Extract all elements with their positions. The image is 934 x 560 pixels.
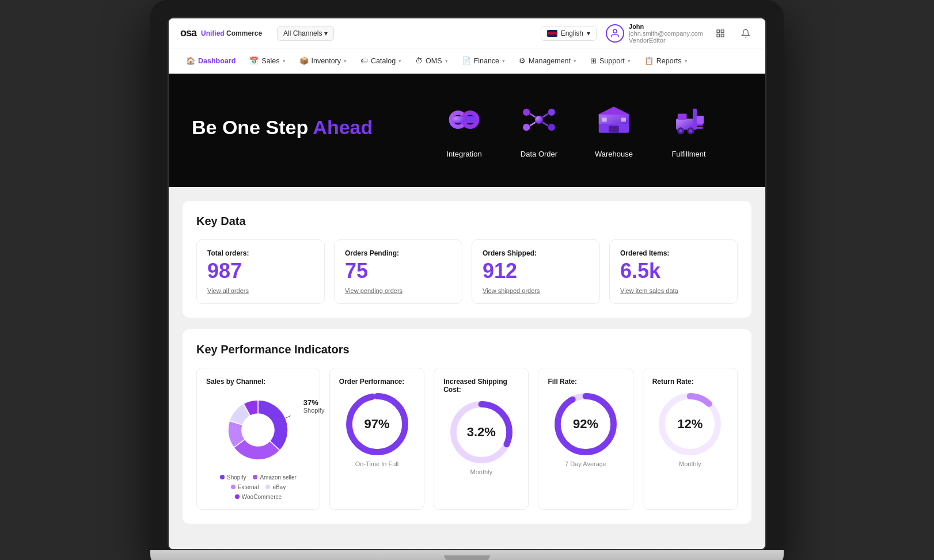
pie-chart-container <box>221 393 295 467</box>
catalog-chevron: ▾ <box>398 58 401 64</box>
kpi-sublabel-fill-rate: 7 Day Average <box>548 460 623 467</box>
user-email: john.smith@company.com <box>629 30 703 37</box>
svg-point-14 <box>523 124 530 131</box>
svg-rect-2 <box>721 30 724 33</box>
nav-item-reports[interactable]: 📋 Reports ▾ <box>639 48 693 74</box>
svg-line-18 <box>530 122 536 125</box>
svg-point-31 <box>679 129 682 132</box>
nav-item-oms[interactable]: ⏱ OMS ▾ <box>409 48 453 74</box>
legend-woocommerce: WooCommerce <box>235 494 282 500</box>
legend-dot-external <box>231 485 236 489</box>
nav-label-oms: OMS <box>426 57 442 65</box>
legend-shopify: Shopify <box>220 474 246 481</box>
svg-rect-21 <box>609 126 619 133</box>
kd-orders-shipped-label: Orders Shipped: <box>483 249 589 257</box>
donut-value-order-performance: 97% <box>364 417 389 432</box>
sales-chart-area: 37% Shopify Shopify <box>206 393 310 500</box>
kd-card-ordered-items: Ordered Items: 6.5k View item sales data <box>609 239 738 304</box>
svg-marker-24 <box>598 106 630 115</box>
nav-item-catalog[interactable]: 🏷 Catalog ▾ <box>355 48 407 74</box>
donut-fill-rate: 92% <box>548 393 623 456</box>
svg-rect-23 <box>621 118 626 122</box>
nav-label-support: Support <box>599 57 625 65</box>
svg-point-12 <box>523 109 530 116</box>
laptop-screen: osa Unified Commerce All Channels Englis… <box>168 17 766 550</box>
shopify-pct: 37% <box>303 398 325 407</box>
kd-ordered-items-link[interactable]: View item sales data <box>620 287 727 294</box>
donut-order-performance: 97% <box>339 393 415 456</box>
user-details: John john.smith@company.com VendorEditor <box>629 23 703 44</box>
kd-card-orders-pending: Orders Pending: 75 View pending orders <box>334 239 462 304</box>
logo-icon: osa <box>180 27 196 39</box>
donut-value-shipping-cost: 3.2% <box>467 425 496 440</box>
feature-fulfillment[interactable]: Fulfillment <box>666 97 712 158</box>
feature-integration[interactable]: Integration <box>441 97 487 158</box>
kd-total-orders-link[interactable]: View all orders <box>207 287 314 294</box>
svg-line-19 <box>542 122 548 125</box>
svg-point-13 <box>548 109 555 116</box>
kpi-fill-rate-title: Fill Rate: <box>548 378 623 386</box>
channel-selector-label: All Channels <box>283 29 322 37</box>
secondary-navigation: 🏠 Dashboard 📅 Sales ▾ 📦 Inventory ▾ 🏷 Ca… <box>169 48 765 74</box>
donut-shipping-cost: 3.2% <box>443 401 519 464</box>
flag-icon <box>547 30 557 37</box>
legend-dot-woocommerce <box>235 494 240 499</box>
kpi-grid: Sales by Channel: 37% Shop <box>196 368 738 510</box>
integration-icon <box>441 97 487 143</box>
legend-dot-ebay <box>265 485 270 489</box>
nav-item-inventory[interactable]: 📦 Inventory ▾ <box>294 48 352 74</box>
legend-label-ebay: eBay <box>272 484 286 490</box>
nav-right-area: English John john.smith@company.com Vend… <box>541 23 754 44</box>
kpi-shipping-cost-title: Increased Shipping Cost: <box>443 378 519 394</box>
feature-data-order[interactable]: Data Order <box>516 97 562 158</box>
svg-rect-29 <box>697 116 704 124</box>
nav-item-management[interactable]: ⚙ Management ▾ <box>513 48 582 74</box>
reports-icon: 📋 <box>644 56 654 65</box>
hero-section: Be One Step Ahead <box>169 74 765 187</box>
nav-label-inventory: Inventory <box>312 57 341 65</box>
nav-item-dashboard[interactable]: 🏠 Dashboard <box>180 48 241 74</box>
svg-point-11 <box>535 116 543 124</box>
kpi-sublabel-order-performance: On-Time In Full <box>339 460 415 467</box>
nav-label-sales: Sales <box>261 57 279 65</box>
svg-line-16 <box>530 114 536 117</box>
kd-ordered-items-value: 6.5k <box>620 260 727 283</box>
svg-rect-27 <box>696 124 703 126</box>
channel-selector[interactable]: All Channels <box>277 26 334 41</box>
kpi-order-performance: Order Performance: 97% On-Time In Full <box>329 368 424 510</box>
legend-amazon: Amazon seller <box>253 474 296 481</box>
kd-total-orders-value: 987 <box>207 260 314 283</box>
reports-chevron: ▾ <box>685 58 688 64</box>
management-icon: ⚙ <box>519 56 526 65</box>
nav-item-sales[interactable]: 📅 Sales ▾ <box>244 48 291 74</box>
language-selector[interactable]: English <box>541 26 597 41</box>
catalog-icon: 🏷 <box>360 56 368 65</box>
nav-item-finance[interactable]: 📄 Finance ▾ <box>456 48 511 74</box>
finance-chevron: ▾ <box>502 58 505 64</box>
support-chevron: ▾ <box>628 58 631 64</box>
bell-icon[interactable] <box>738 25 754 41</box>
feature-warehouse[interactable]: Warehouse <box>591 97 637 158</box>
kd-orders-shipped-link[interactable]: View shipped orders <box>483 287 589 294</box>
hero-highlight: Ahead <box>313 116 373 138</box>
kpi-sales-by-channel: Sales by Channel: 37% Shop <box>196 368 320 510</box>
laptop-notch <box>444 555 490 560</box>
donut-wrap-order-performance: 97% <box>345 393 409 456</box>
kpi-sublabel-return-rate: Monthly <box>652 460 728 467</box>
nav-label-management: Management <box>529 57 571 65</box>
svg-rect-22 <box>602 118 607 122</box>
nav-item-support[interactable]: ⊞ Support ▾ <box>584 48 636 74</box>
kpi-return-rate: Return Rate: 12% Monthly <box>643 368 738 510</box>
apps-icon[interactable] <box>712 25 728 41</box>
kd-orders-pending-link[interactable]: View pending orders <box>345 287 451 294</box>
svg-point-15 <box>548 124 555 131</box>
svg-rect-4 <box>717 34 720 37</box>
nav-label-dashboard: Dashboard <box>198 57 236 65</box>
legend-label-external: External <box>238 484 259 490</box>
logo-text: Unified Commerce <box>201 29 262 37</box>
key-data-section: Key Data Total orders: 987 View all orde… <box>183 201 751 318</box>
nav-label-finance: Finance <box>474 57 499 65</box>
kpi-fill-rate: Fill Rate: 92% 7 Day Average <box>538 368 633 510</box>
management-chevron: ▾ <box>574 58 576 64</box>
user-role: VendorEditor <box>629 37 703 44</box>
